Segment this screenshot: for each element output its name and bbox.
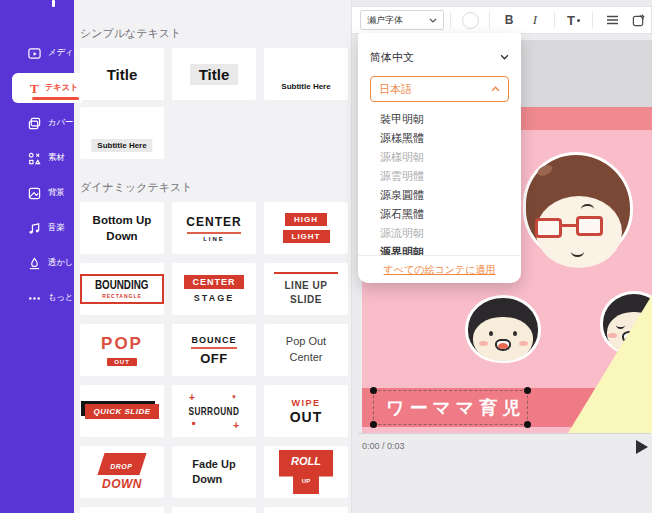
cover-icon	[28, 117, 41, 130]
selection-handle[interactable]	[524, 421, 531, 428]
music-icon	[28, 222, 41, 235]
text-selection-box[interactable]	[373, 390, 528, 425]
template-tile-center-line[interactable]: CENTER LINE	[172, 202, 256, 254]
plus-decoration: +	[189, 392, 195, 403]
font-option[interactable]: 裝甲明朝	[358, 110, 521, 129]
edit-text-button[interactable]	[625, 14, 651, 27]
sidebar-item-label: 素材	[48, 152, 64, 164]
square-decoration: ■	[192, 420, 196, 426]
template-tile-bounding[interactable]: BOUNDING RECTANGLE	[80, 263, 164, 315]
align-button[interactable]	[599, 15, 625, 25]
sidebar: メディア T テキスト カバー 素材 背景	[0, 0, 74, 513]
template-tile-partial[interactable]	[172, 507, 256, 513]
section-title-dynamic: ダイナミックテキスト	[80, 180, 193, 195]
dynamic-text-grid: Bottom Up Down CENTER LINE HIGH LIGHT BO…	[80, 202, 348, 513]
text-toolbar: 濑户字体 B I T	[352, 6, 652, 34]
text-style-button[interactable]: T	[561, 13, 587, 28]
text-template-panel: シンプルなテキスト Title Title Subtitle Here Subt…	[74, 0, 352, 513]
mom-character	[523, 152, 635, 302]
sidebar-item-music[interactable]: 音楽	[0, 217, 74, 239]
font-dropdown-panel: 简体中文 日本語 裝甲明朝源樣黑體源樣明朝源雲明體源泉圓體源石黑體源流明朝源界明…	[358, 33, 521, 283]
sidebar-item-watermark[interactable]: 透かし	[0, 252, 74, 274]
sidebar-item-label: 背景	[48, 187, 64, 199]
font-list: 裝甲明朝源樣黑體源樣明朝源雲明體源泉圓體源石黑體源流明朝源界明朝源暎明朝	[358, 106, 521, 255]
media-icon	[28, 47, 41, 60]
template-tile-pop-out[interactable]: POP OUT	[80, 324, 164, 376]
template-tile-subtitle-highlight[interactable]: Subtitle Here	[80, 107, 164, 159]
more-icon	[28, 292, 41, 305]
align-icon	[606, 15, 619, 25]
section-title-simple: シンプルなテキスト	[80, 26, 181, 41]
italic-button[interactable]: I	[522, 12, 548, 28]
template-tile-wipe-out[interactable]: WIPE OUT	[264, 385, 348, 437]
font-option[interactable]: 源泉圓體	[358, 186, 521, 205]
template-tile-quick-slide[interactable]: QUICK SLIDE	[80, 385, 164, 437]
font-option[interactable]: 源樣黑體	[358, 129, 521, 148]
font-option[interactable]: 源流明朝	[358, 224, 521, 243]
font-option[interactable]: 源界明朝	[358, 243, 521, 255]
edit-box-icon	[632, 14, 645, 27]
background-icon	[28, 187, 41, 200]
color-swatch-button[interactable]	[457, 12, 483, 29]
apply-all-link[interactable]: すべての絵コンテに適用	[384, 263, 496, 277]
template-tile-center-stage[interactable]: CENTER STAGE	[172, 263, 256, 315]
timecode: 0:00 / 0:03	[362, 441, 405, 451]
template-tile-line-up-slide[interactable]: LINE UP SLIDE	[264, 263, 348, 315]
triangle-decoration: ▼	[231, 394, 237, 400]
template-tile-subtitle[interactable]: Subtitle Here	[264, 48, 348, 100]
logo-fragment	[52, 0, 55, 7]
sidebar-item-elements[interactable]: 素材	[0, 147, 74, 169]
watermark-icon	[28, 257, 41, 270]
sidebar-item-label: 透かし	[48, 257, 73, 269]
sidebar-item-label: テキスト	[45, 82, 79, 94]
template-tile-roll-up[interactable]: ROLL UP	[264, 446, 348, 498]
bold-button[interactable]: B	[496, 13, 522, 27]
active-underline	[32, 97, 79, 100]
font-option[interactable]: 源雲明體	[358, 167, 521, 186]
template-tile-bounce-off[interactable]: BOUNCE OFF	[172, 324, 256, 376]
sidebar-item-label: カバー	[48, 117, 73, 129]
template-tile-title[interactable]: Title	[80, 48, 164, 100]
language-group-chinese[interactable]: 简体中文	[370, 46, 509, 68]
language-group-japanese[interactable]: 日本語	[370, 76, 509, 102]
template-tile-partial[interactable]	[80, 507, 164, 513]
app-root: { "colors": { "sidebar_purple": "#5A35D6…	[0, 0, 652, 513]
sidebar-item-text[interactable]: T テキスト	[12, 73, 82, 103]
plus-decoration: +	[233, 420, 239, 431]
template-tile-high-light[interactable]: HIGH LIGHT	[264, 202, 348, 254]
preview-pane: 濑户字体 B I T	[352, 0, 652, 513]
template-tile-surround[interactable]: + ▼ ■ + SURROUND	[172, 385, 256, 437]
boy-character	[465, 295, 543, 369]
font-option[interactable]: 源樣明朝	[358, 148, 521, 167]
chevron-up-icon	[491, 86, 500, 92]
chevron-down-icon	[429, 18, 437, 23]
sidebar-item-cover[interactable]: カバー	[0, 112, 74, 134]
sidebar-item-label: メディア	[48, 47, 82, 59]
sidebar-item-background[interactable]: 背景	[0, 182, 74, 204]
template-tile-bottom-up-down[interactable]: Bottom Up Down	[80, 202, 164, 254]
text-icon: T	[30, 82, 39, 95]
font-option[interactable]: 源石黑體	[358, 205, 521, 224]
selection-handle[interactable]	[370, 387, 377, 394]
color-swatch-icon	[462, 12, 479, 29]
selection-handle[interactable]	[370, 421, 377, 428]
chevron-down-icon	[500, 54, 509, 60]
play-button[interactable]	[636, 440, 648, 454]
simple-text-grid: Title Title Subtitle Here Subtitle Here	[80, 48, 348, 159]
apply-all-row: すべての絵コンテに適用	[358, 255, 521, 283]
template-tile-partial[interactable]	[264, 507, 348, 513]
template-tile-title-highlight[interactable]: Title	[172, 48, 256, 100]
selection-handle[interactable]	[524, 387, 531, 394]
sidebar-item-more[interactable]: もっと	[0, 287, 74, 309]
font-family-select[interactable]: 濑户字体	[360, 10, 444, 30]
template-tile-drop-down[interactable]: DROP DOWN	[80, 446, 164, 498]
sidebar-item-label: 音楽	[48, 222, 64, 234]
sidebar-item-label: もっと	[48, 292, 73, 304]
template-tile-pop-out-center[interactable]: Pop Out Center	[264, 324, 348, 376]
divider	[358, 433, 650, 434]
sidebar-item-media[interactable]: メディア	[0, 42, 74, 64]
elements-icon	[28, 152, 41, 165]
template-tile-fade-up-down[interactable]: Fade Up Down	[172, 446, 256, 498]
